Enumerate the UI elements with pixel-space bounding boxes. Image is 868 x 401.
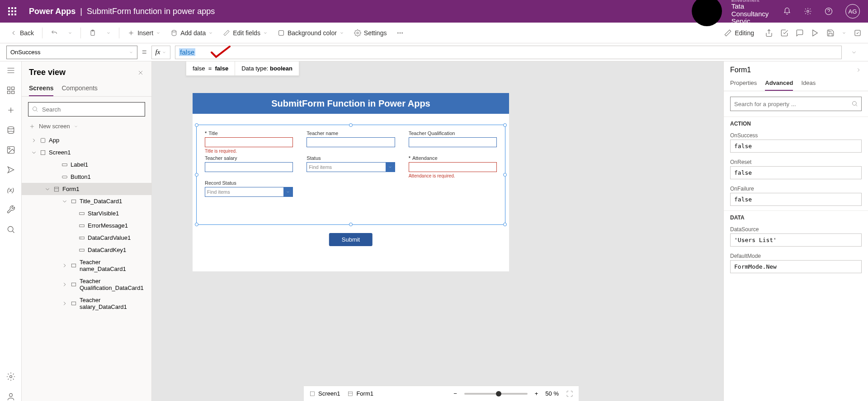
tree-item-errormsg[interactable]: ErrorMessage1 xyxy=(22,219,151,232)
variables-icon[interactable]: (x) xyxy=(6,185,15,194)
canvas[interactable]: SubmitForm Function in Power Apps *Title… xyxy=(152,61,723,401)
settings-icon[interactable] xyxy=(804,7,812,15)
tree-item-teacher-sal-dc[interactable]: Teacher salary_DataCard1 xyxy=(22,294,151,313)
new-screen-button[interactable]: New screen xyxy=(22,120,151,132)
tools-icon[interactable] xyxy=(6,205,15,214)
app-launcher-icon[interactable] xyxy=(8,7,16,15)
comments-icon[interactable] xyxy=(796,29,804,37)
add-data-button[interactable]: Add data xyxy=(167,28,217,38)
datasource-value[interactable]: 'Users List' xyxy=(730,233,862,247)
svg-rect-23 xyxy=(62,163,67,166)
onreset-value[interactable]: false xyxy=(730,166,862,179)
zoom-in[interactable]: + xyxy=(535,390,538,397)
status-dropdown[interactable]: Find items xyxy=(307,162,395,172)
teacher-qual-input[interactable] xyxy=(409,137,497,147)
data-icon[interactable] xyxy=(6,126,15,135)
flows-icon[interactable] xyxy=(6,165,15,174)
undo-button[interactable] xyxy=(47,28,61,38)
record-status-dropdown[interactable]: Find items xyxy=(205,187,293,197)
teacher-name-input[interactable] xyxy=(307,137,395,147)
tree-search-input[interactable] xyxy=(28,102,145,117)
teacher-salary-input[interactable] xyxy=(205,162,293,172)
app-name: Power Apps xyxy=(29,7,75,16)
tree-item-form1[interactable]: Form1 xyxy=(22,183,151,195)
svg-point-20 xyxy=(33,107,37,111)
equals-sign: = xyxy=(142,47,147,57)
attendance-input[interactable] xyxy=(409,162,497,172)
edit-fields-button[interactable]: Edit fields xyxy=(219,28,271,38)
breadcrumb-form[interactable]: Form1 xyxy=(347,390,373,397)
panel-expand-icon[interactable] xyxy=(855,67,862,73)
zoom-level: 50 % xyxy=(545,390,559,397)
props-search-input[interactable] xyxy=(730,97,862,111)
tree-item-dcvalue[interactable]: DataCardValue1 xyxy=(22,232,151,244)
onsuccess-value[interactable]: false xyxy=(730,140,862,153)
save-icon[interactable] xyxy=(826,29,835,37)
field-status[interactable]: Status Find items xyxy=(307,155,395,178)
zoom-slider[interactable] xyxy=(464,393,528,395)
save-menu-icon[interactable] xyxy=(842,31,846,35)
zoom-out[interactable]: − xyxy=(453,390,457,397)
field-teacher-salary[interactable]: Teacher salary xyxy=(205,155,293,178)
datasource-label: DataSource xyxy=(724,224,868,233)
canvas-footer: Screen1 Form1 − + 50 % xyxy=(304,386,579,401)
tree-item-screen1[interactable]: Screen1 xyxy=(22,146,151,159)
media-icon[interactable] xyxy=(6,145,15,154)
svg-rect-11 xyxy=(855,30,860,36)
tree-item-button1[interactable]: Button1 xyxy=(22,171,151,183)
tab-screens[interactable]: Screens xyxy=(29,81,53,96)
user-avatar[interactable]: AG xyxy=(845,4,860,19)
bg-color-button[interactable]: Background color xyxy=(274,28,348,38)
close-icon[interactable] xyxy=(137,69,144,76)
field-teacher-name[interactable]: Teacher name xyxy=(307,131,395,154)
tree-item-dckey[interactable]: DataCardKey1 xyxy=(22,244,151,256)
breadcrumb-screen[interactable]: Screen1 xyxy=(309,390,340,397)
property-selector[interactable]: OnSuccess xyxy=(6,46,137,59)
formula-expand[interactable] xyxy=(846,46,862,59)
form-control[interactable]: *Title Title is required. Teacher name T… xyxy=(196,125,505,225)
search-rail-icon[interactable] xyxy=(6,225,15,234)
checker-icon[interactable] xyxy=(780,29,788,37)
rail-settings-icon[interactable] xyxy=(6,372,15,381)
submit-button[interactable]: Submit xyxy=(329,233,373,246)
tab-advanced[interactable]: Advanced xyxy=(765,76,793,91)
tree-icon[interactable] xyxy=(6,86,15,95)
insert-icon[interactable] xyxy=(6,106,15,115)
settings-button[interactable]: Settings xyxy=(350,28,391,38)
fx-button[interactable]: fx xyxy=(151,46,171,59)
paste-menu[interactable] xyxy=(103,29,114,37)
tree-item-teacher-name-dc[interactable]: Teacher name_DataCard1 xyxy=(22,256,151,275)
undo-menu[interactable] xyxy=(64,29,76,37)
title-input[interactable] xyxy=(205,137,293,147)
fit-icon[interactable] xyxy=(566,390,573,397)
tab-components[interactable]: Components xyxy=(61,81,97,96)
tab-properties[interactable]: Properties xyxy=(730,76,757,91)
defaultmode-value[interactable]: FormMode.New xyxy=(730,260,862,273)
more-button[interactable] xyxy=(393,28,407,38)
preview-icon[interactable] xyxy=(811,29,819,37)
paste-button[interactable] xyxy=(85,28,100,38)
tree-item-teacher-qual-dc[interactable]: Teacher Qualification_DataCard1 xyxy=(22,275,151,294)
tree-item-title-datacard[interactable]: Title_DataCard1 xyxy=(22,195,151,207)
field-teacher-qual[interactable]: Teacher Qualification xyxy=(409,131,497,154)
tree-item-app[interactable]: App xyxy=(22,134,151,146)
field-title[interactable]: *Title Title is required. xyxy=(205,131,293,154)
insert-button[interactable]: Insert xyxy=(124,28,164,38)
onfailure-value[interactable]: false xyxy=(730,193,862,206)
field-attendance[interactable]: *Attendance Attendance is required. xyxy=(409,155,497,178)
virtual-agent-icon[interactable] xyxy=(6,392,15,401)
editing-mode[interactable]: Editing xyxy=(720,27,758,39)
tab-ideas[interactable]: Ideas xyxy=(801,76,816,91)
share-icon[interactable] xyxy=(765,29,773,37)
svg-point-19 xyxy=(9,393,12,396)
field-record-status[interactable]: Record Status Find items xyxy=(205,180,293,197)
back-button[interactable]: Back xyxy=(6,28,38,38)
help-icon[interactable] xyxy=(825,7,833,15)
notifications-icon[interactable] xyxy=(783,7,791,15)
formula-input[interactable]: false xyxy=(175,46,842,59)
tree-item-label1[interactable]: Label1 xyxy=(22,159,151,171)
publish-icon[interactable] xyxy=(854,29,862,37)
svg-point-12 xyxy=(8,127,14,129)
hamburger-icon[interactable] xyxy=(6,66,15,75)
tree-item-starvisible[interactable]: StarVisible1 xyxy=(22,207,151,219)
